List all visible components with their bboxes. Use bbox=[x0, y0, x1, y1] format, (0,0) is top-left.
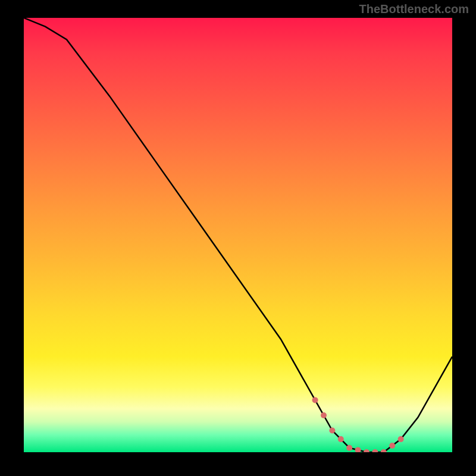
highlight-dot bbox=[338, 436, 344, 442]
highlight-dot bbox=[389, 443, 395, 449]
highlight-dot bbox=[381, 449, 387, 452]
highlight-dot bbox=[329, 428, 335, 434]
highlight-dot bbox=[321, 412, 327, 418]
frame-left bbox=[0, 0, 24, 476]
highlight-dots bbox=[312, 397, 404, 452]
highlight-dot bbox=[355, 447, 361, 452]
chart-svg bbox=[24, 18, 452, 452]
highlight-dot bbox=[346, 445, 352, 451]
highlight-dot bbox=[372, 449, 378, 452]
bottleneck-curve-line bbox=[24, 18, 452, 452]
plot-area bbox=[24, 18, 452, 452]
frame-right bbox=[452, 0, 476, 476]
highlight-dot bbox=[398, 436, 404, 442]
frame-bottom bbox=[0, 452, 476, 476]
highlight-dot bbox=[364, 449, 369, 452]
highlight-dot bbox=[312, 397, 318, 403]
watermark-text: TheBottleneck.com bbox=[359, 2, 469, 16]
